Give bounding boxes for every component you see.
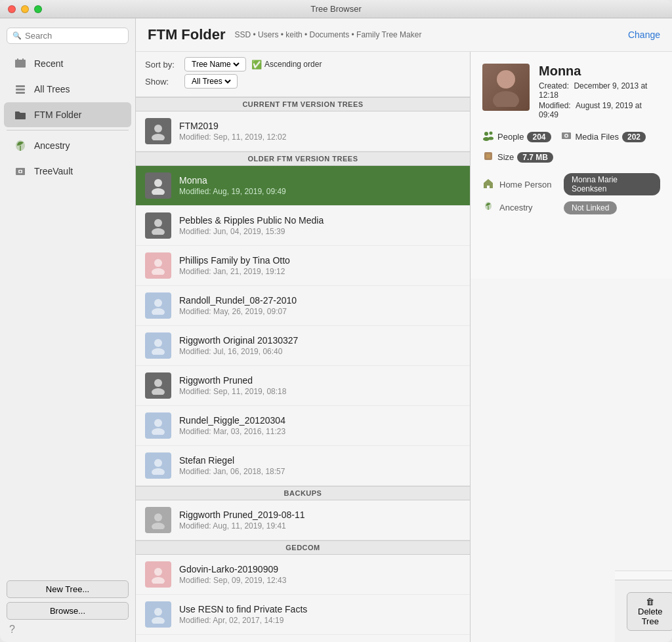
section-older: OLDER FTM VERSION TREES xyxy=(136,151,470,166)
minimize-button[interactable] xyxy=(21,5,29,13)
tree-name-randoll: Randoll_Rundel_08-27-2010 xyxy=(179,295,461,306)
tree-info-gdovin: Gdovin-Larko-20190909 Modified: Sep, 09,… xyxy=(179,564,461,585)
content-split: Sort by: Tree Name ✅ Ascending order Sho xyxy=(136,52,672,642)
tree-item-ftm2019[interactable]: FTM2019 Modified: Sep, 11, 2019, 12:02 xyxy=(136,111,470,151)
tree-modified-pebbles: Modified: Jun, 04, 2019, 15:39 xyxy=(179,227,461,236)
tree-info-phillips: Phillips Family by Tina Otto Modified: J… xyxy=(179,255,461,276)
tree-avatar-ftm2019 xyxy=(145,118,171,144)
tree-item-riggworth-orig[interactable]: Riggworth Original 20130327 Modified: Ju… xyxy=(136,326,470,366)
sort-select[interactable]: Tree Name xyxy=(184,57,246,71)
show-row: Show: All Trees xyxy=(145,74,461,89)
svg-point-10 xyxy=(152,134,165,140)
tree-name-pebbles: Pebbles & Ripples Public No Media xyxy=(179,215,461,226)
detail-size-row: Size 7.7 MB xyxy=(482,150,660,164)
browse-button[interactable]: Browse... xyxy=(7,602,129,620)
detail-ancestry-row: Ancestry Not Linked xyxy=(482,201,660,214)
show-select[interactable]: All Trees xyxy=(184,74,238,89)
sidebar-item-recent[interactable]: Recent xyxy=(4,51,131,76)
tree-item-rundel[interactable]: Rundel_Riggle_20120304 Modified: Mar, 03… xyxy=(136,406,470,446)
tree-item-randoll[interactable]: Randoll_Rundel_08-27-2010 Modified: May,… xyxy=(136,286,470,326)
section-backups: BACKUPS xyxy=(136,486,470,500)
tree-info-riggworth-orig: Riggworth Original 20130327 Modified: Ju… xyxy=(179,335,461,356)
close-button[interactable] xyxy=(8,5,16,13)
sidebar-item-all-trees[interactable]: All Trees xyxy=(4,77,131,102)
show-label: Show: xyxy=(145,77,179,87)
tree-avatar-stefan xyxy=(145,452,171,479)
home-person-label: Home Person xyxy=(499,180,558,190)
folder-title: FTM Folder xyxy=(148,26,226,43)
svg-point-37 xyxy=(490,132,493,135)
size-label: Size xyxy=(497,152,514,162)
vault-icon xyxy=(13,164,28,178)
tree-item-stefan[interactable]: Stefan Riegel Modified: Jan, 06, 2018, 1… xyxy=(136,446,470,486)
tree-item-phillips[interactable]: Phillips Family by Tina Otto Modified: J… xyxy=(136,246,470,286)
tree-name-riggworth-backup: Riggworth Pruned_2019-08-11 xyxy=(179,510,461,520)
tree-item-gdovin[interactable]: Gdovin-Larko-20190909 Modified: Sep, 09,… xyxy=(136,555,470,595)
main-content: FTM Folder SSD • Users • keith • Documen… xyxy=(136,18,672,642)
change-button[interactable]: Change xyxy=(628,30,660,40)
folder-path: SSD • Users • keith • Documents • Family… xyxy=(235,30,422,39)
tree-info-pebbles: Pebbles & Ripples Public No Media Modifi… xyxy=(179,215,461,236)
tree-modified-gdovin: Modified: Sep, 09, 2019, 12:43 xyxy=(179,576,461,585)
ascending-check[interactable]: ✅ Ascending order xyxy=(251,60,322,70)
section-gedcom: GEDCOM xyxy=(136,540,470,555)
svg-rect-0 xyxy=(15,60,26,68)
titlebar: Tree Browser xyxy=(0,0,672,18)
sidebar-item-treevault[interactable]: TreeVault xyxy=(4,159,131,184)
stat-size: Size 7.7 MB xyxy=(482,150,553,164)
detail-created: Created: December 9, 2013 at 12:18 xyxy=(539,81,660,100)
ancestry-label: Ancestry xyxy=(499,203,558,212)
stat-people: People 204 xyxy=(482,130,551,144)
section-current: CURRENT FTM VERSION TREES xyxy=(136,97,470,111)
new-tree-button[interactable]: New Tree... xyxy=(7,580,129,598)
svg-point-26 xyxy=(152,468,165,475)
svg-point-29 xyxy=(154,568,162,576)
tree-info-riggworth-backup: Riggworth Pruned_2019-08-11 Modified: Au… xyxy=(179,510,461,531)
tree-name-gdovin: Gdovin-Larko-20190909 xyxy=(179,564,461,574)
delete-tree-button[interactable]: 🗑 Delete Tree xyxy=(627,592,672,631)
window-controls xyxy=(8,5,42,13)
sort-select-input[interactable]: Tree Name xyxy=(189,59,242,70)
search-input[interactable] xyxy=(25,31,123,41)
tree-item-riggworth-pruned[interactable]: Riggworth Pruned Modified: Sep, 11, 2019… xyxy=(136,366,470,406)
svg-rect-4 xyxy=(16,89,25,90)
detail-name: Monna xyxy=(539,64,660,79)
tree-item-pebbles[interactable]: Pebbles & Ripples Public No Media Modifi… xyxy=(136,206,470,246)
tree-item-riggworth-backup[interactable]: Riggworth Pruned_2019-08-11 Modified: Au… xyxy=(136,500,470,540)
tree-modified-phillips: Modified: Jan, 21, 2019, 19:12 xyxy=(179,267,461,276)
tree-modified-riggworth-pruned: Modified: Sep, 11, 2019, 08:18 xyxy=(179,387,461,396)
maximize-button[interactable] xyxy=(34,5,42,13)
created-label: Created: xyxy=(539,81,569,90)
sidebar-item-ftm-folder[interactable]: FTM Folder xyxy=(4,102,131,127)
tree-avatar-resn xyxy=(145,601,171,628)
tree-item-resn[interactable]: Use RESN to find Private Facts Modified:… xyxy=(136,595,470,635)
svg-point-31 xyxy=(154,608,162,616)
detail-modified: Modified: August 19, 2019 at 09:49 xyxy=(539,101,660,119)
search-box[interactable]: 🔍 xyxy=(7,28,129,44)
help-icon[interactable]: ? xyxy=(9,624,129,635)
svg-rect-43 xyxy=(486,154,490,158)
clock-icon xyxy=(13,56,28,71)
svg-point-12 xyxy=(152,188,165,195)
sidebar-bottom: New Tree... Browse... ? xyxy=(0,574,135,642)
people-icon xyxy=(482,130,494,144)
tree-item-monna[interactable]: Monna Modified: Aug, 19, 2019, 09:49 xyxy=(136,166,470,206)
home-person-value: Monna Marie Soenksen xyxy=(564,173,660,195)
tree-modified-stefan: Modified: Jan, 06, 2018, 18:57 xyxy=(179,467,461,476)
detail-photo-inner xyxy=(482,64,530,111)
svg-point-24 xyxy=(152,428,165,435)
svg-rect-1 xyxy=(17,58,18,61)
show-select-input[interactable]: All Trees xyxy=(189,76,233,87)
svg-point-41 xyxy=(565,135,567,137)
media-icon xyxy=(560,130,572,144)
tree-avatar-randoll xyxy=(145,292,171,319)
svg-point-14 xyxy=(152,228,165,235)
stat-media: Media Files 202 xyxy=(560,130,646,144)
sidebar-nav: Recent All Trees FTM F xyxy=(0,50,135,574)
detail-actions: 🗑 Delete Tree 📋 Show in Finder Open Tree xyxy=(615,580,672,642)
sidebar-item-ancestry[interactable]: Ancestry xyxy=(4,133,131,158)
tree-name-riggworth-pruned: Riggworth Pruned xyxy=(179,375,461,386)
svg-point-16 xyxy=(152,268,165,275)
sidebar-item-label-ftm-folder: FTM Folder xyxy=(34,110,81,120)
svg-point-11 xyxy=(154,179,162,187)
